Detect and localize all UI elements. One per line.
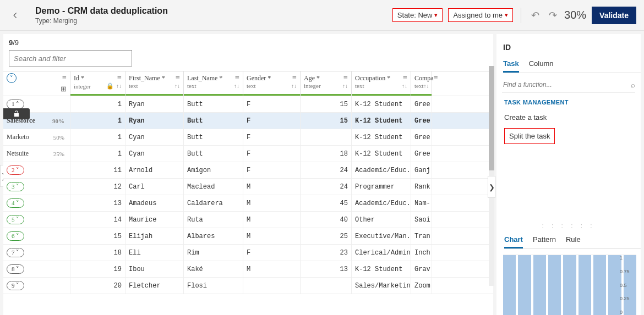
sort-icon[interactable]: ↑↓: [291, 83, 297, 89]
table-row[interactable]: 1 ˄1RyanButtF15K-12 StudentGree: [3, 96, 493, 113]
group-pill[interactable]: 6 ˅: [7, 231, 24, 241]
column-header[interactable]: First_Name *≡text↑↓: [125, 71, 184, 96]
table-row[interactable]: 4 ˅13AmadeusCaldareraM45Academic/Educ...…: [3, 195, 493, 212]
group-column-header: ˅ ≡ ⊞: [3, 71, 70, 96]
column-header[interactable]: Id *≡integer🔒↑↓: [70, 71, 125, 96]
source-percent: 25%: [53, 151, 67, 157]
column-menu-icon[interactable]: ≡: [176, 74, 180, 82]
sort-icon[interactable]: ↑↓: [116, 83, 122, 89]
column-header[interactable]: Last_Name *≡text↑↓: [184, 71, 243, 96]
table-row[interactable]: Netsuite25%1CyanButtF18K-12 StudentGree: [3, 146, 493, 162]
table-row[interactable]: 6 ˅15ElijahAlbaresM25Executive/Man...Tra…: [3, 228, 493, 245]
quality-chart: 10.750.50.250: [503, 255, 636, 315]
page-title: Demo - CRM data deduplication: [35, 6, 392, 16]
chevron-down-icon: ▾: [434, 12, 438, 19]
app-header: Demo - CRM data deduplication Type: Merg…: [0, 0, 644, 31]
table-row[interactable]: 7 ˅18EliRimF23Clerical/AdminInch: [3, 245, 493, 261]
lower-tab-pattern[interactable]: Pattern: [533, 233, 556, 248]
function-search-input[interactable]: [502, 78, 631, 92]
lower-tab-chart[interactable]: Chart: [504, 233, 523, 248]
state-label: State: New: [397, 11, 433, 19]
progress-percent: 30%: [564, 9, 586, 21]
validate-button[interactable]: Validate: [592, 7, 636, 24]
table-row[interactable]: 5 ˅14MauriceRutaM40OtherSaoi: [3, 212, 493, 228]
expand-all-icon[interactable]: ˅: [7, 73, 17, 83]
main-grid-panel: 9/9 ˅ ≡ ⊞ Id *≡integer🔒↑↓First_Name: [3, 34, 493, 315]
source-name: Netsuite: [7, 150, 29, 158]
chart-bar: [548, 255, 561, 315]
column-header[interactable]: Compa≡text↑↓: [411, 71, 432, 96]
sort-icon[interactable]: ↑↓: [424, 83, 429, 89]
resize-handle[interactable]: : : : : : :: [496, 220, 641, 231]
chart-bar: [503, 255, 516, 315]
assigned-label: Assigned to me: [453, 11, 503, 19]
group-pill[interactable]: 8 ˅: [7, 264, 24, 274]
group-pill[interactable]: 7 ˅: [7, 248, 24, 257]
group-pill[interactable]: 4 ˅: [7, 198, 24, 208]
source-percent: 50%: [53, 134, 67, 141]
table-row[interactable]: 8 ˅19IbouKakéM13K-12 StudentGrav: [3, 261, 493, 278]
column-menu-icon[interactable]: ≡: [343, 74, 348, 82]
chevron-down-icon: ▾: [505, 12, 508, 19]
table-row[interactable]: Marketo50%1CyanButtFK-12 StudentGree: [3, 129, 493, 146]
chart-bar: [593, 255, 606, 315]
page-subtitle: Type: Merging: [35, 17, 392, 25]
panel-title: ID: [503, 43, 641, 52]
unlock-toggle[interactable]: [3, 108, 30, 119]
task-action[interactable]: Create a task: [504, 113, 633, 121]
record-counter: 9/9: [9, 38, 493, 47]
tab-task[interactable]: Task: [503, 57, 519, 73]
group-pill[interactable]: 3 ˅: [7, 182, 24, 191]
column-header[interactable]: Age *≡integer↑↓: [301, 71, 352, 96]
group-pill[interactable]: 1 ˄: [7, 100, 24, 109]
group-pill[interactable]: 5 ˅: [7, 215, 24, 224]
column-menu-icon[interactable]: ≡: [117, 74, 122, 82]
redo-icon[interactable]: ↷: [547, 9, 559, 21]
chart-bar: [518, 255, 531, 315]
column-header[interactable]: Occupation *≡text↑↓: [352, 71, 411, 96]
back-button[interactable]: [8, 8, 23, 23]
table-row[interactable]: 2 ˅11ArnoldAmigonF24Academic/Educ...Ganj: [3, 162, 493, 179]
column-header[interactable]: Gender *≡text↑↓: [243, 71, 301, 96]
table-row[interactable]: Salesforce90%1RyanButtF15K-12 StudentGre…: [3, 113, 493, 129]
sort-icon[interactable]: ↑↓: [402, 83, 407, 89]
expand-right-icon[interactable]: ❯: [488, 176, 495, 198]
lower-tab-rule[interactable]: Rule: [566, 233, 581, 248]
group-pill[interactable]: 2 ˅: [7, 165, 24, 175]
column-menu-icon[interactable]: ≡: [403, 74, 407, 82]
group-pill[interactable]: 9 ˅: [7, 281, 24, 290]
section-header: TASK MANAGEMENT: [504, 99, 641, 106]
undo-icon[interactable]: ↶: [529, 9, 541, 21]
right-panel: ID TaskColumn ⌕ TASK MANAGEMENT Create a…: [496, 34, 641, 315]
chart-bar: [563, 255, 576, 315]
column-menu-icon[interactable]: ≡: [434, 74, 438, 82]
table-row[interactable]: 3 ˅12CarlMacleadM24ProgrammerRank: [3, 179, 493, 195]
source-percent: 90%: [52, 118, 67, 124]
sort-icon[interactable]: ↑↓: [174, 83, 180, 89]
divider: [521, 8, 521, 23]
state-dropdown[interactable]: State: New ▾: [392, 8, 443, 22]
lock-icon: 🔒: [106, 82, 114, 89]
column-menu-icon[interactable]: ≡: [62, 74, 67, 82]
sort-icon[interactable]: ↑↓: [342, 83, 348, 89]
chart-bar: [533, 255, 546, 315]
table-icon[interactable]: ⊞: [61, 85, 67, 93]
search-icon[interactable]: ⌕: [631, 81, 635, 89]
search-input[interactable]: [9, 50, 132, 67]
task-action[interactable]: Split the task: [504, 128, 555, 144]
assigned-dropdown[interactable]: Assigned to me ▾: [448, 8, 513, 22]
column-menu-icon[interactable]: ≡: [292, 74, 297, 82]
source-name: Marketo: [7, 133, 29, 141]
table-row[interactable]: 9 ˅20FletcherFlosiSales/MarketingZoom: [3, 278, 493, 294]
chart-bar: [578, 255, 591, 315]
tab-column[interactable]: Column: [529, 57, 554, 73]
sort-icon[interactable]: ↑↓: [234, 83, 239, 89]
column-menu-icon[interactable]: ≡: [235, 74, 239, 82]
